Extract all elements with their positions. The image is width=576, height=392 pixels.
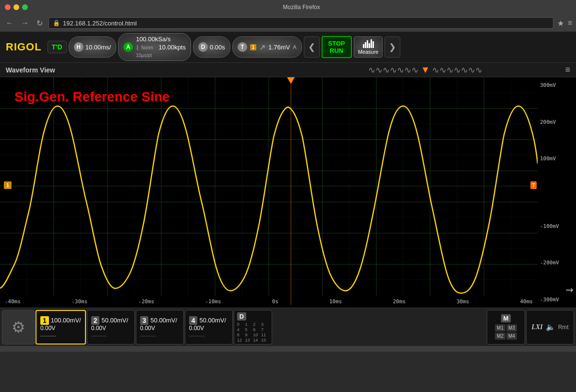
m1-btn[interactable]: M1 (495, 324, 505, 332)
y-label-neg100mv: -100mV (540, 223, 559, 229)
x-label-10ms: 10ms (329, 298, 342, 305)
dig-11: 11 (261, 333, 269, 337)
menu-expand-icon[interactable]: ⇝ (565, 284, 574, 296)
dig-letter-badge: D (237, 312, 246, 321)
acq-pts: 10.00kpts (159, 44, 186, 52)
digital-status[interactable]: D 0 1 2 3 4 5 6 7 8 9 10 11 12 13 14 15 (234, 310, 272, 344)
ch4-status[interactable]: 4 50.00mV/ 0.00V ――― (185, 310, 233, 344)
address-bar-icon: 🔒 (53, 20, 60, 26)
browser-max-btn[interactable] (22, 4, 28, 10)
ch1-status[interactable]: 1 100.00mV/ 0.00V ――― (36, 310, 86, 344)
ch3-volt: 50.00mV/ (150, 317, 177, 324)
dig-8: 8 (237, 333, 245, 337)
x-label-20ms: 20ms (393, 298, 406, 305)
browser-back-btn[interactable]: ← (4, 18, 15, 28)
browser-star-icon[interactable]: ★ (557, 19, 564, 28)
td-badge[interactable]: T'D (48, 41, 67, 53)
dig-2: 2 (253, 322, 261, 327)
address-bar-url: 192.168.1.252/control.html (63, 20, 137, 27)
math-buttons: M1 M3 M2 M4 (495, 324, 517, 340)
ch2-volt: 50.00mV/ (101, 317, 128, 324)
browser-min-btn[interactable] (13, 4, 19, 10)
stop-run-btn[interactable]: STOP RUN (322, 36, 352, 58)
m2-btn[interactable]: M2 (495, 333, 505, 340)
acq-pill[interactable]: A 100.00kSa/s ⌇ Norm 10.00kpts 10µs/pt (118, 33, 191, 61)
acq-letter-badge: A (123, 42, 133, 52)
acq-waveform-icon: ⌇ (136, 44, 139, 52)
lxi-status: LXI 🔈 Rmt (526, 310, 574, 344)
delay-pill[interactable]: D 0.00s (193, 36, 230, 58)
rmt-label: Rmt (558, 324, 569, 331)
ch4-num-badge: 4 (189, 316, 198, 325)
ch3-offset: 0.00V (140, 325, 180, 332)
oscilloscope-app: RIGOL T'D H 10.00ms/ A 100.00kSa/s ⌇ Nor… (0, 32, 576, 346)
browser-menu-icon[interactable]: ≡ (568, 19, 572, 27)
browser-address-bar[interactable]: 🔒 192.168.1.252/control.html (48, 17, 553, 29)
dig-14: 14 (253, 338, 261, 343)
dig-7: 7 (261, 327, 269, 332)
m3-btn[interactable]: M3 (506, 324, 517, 332)
ch3-num-badge: 3 (140, 316, 149, 325)
browser-refresh-btn[interactable]: ↻ (35, 18, 45, 29)
dig-5: 5 (245, 327, 252, 332)
dig-4: 4 (237, 327, 245, 332)
osc-toolbar: RIGOL T'D H 10.00ms/ A 100.00kSa/s ⌇ Nor… (0, 32, 576, 63)
browser-scrollbar[interactable] (0, 346, 576, 352)
m4-btn[interactable]: M4 (506, 333, 517, 340)
trigger-value: 1.76mV (268, 44, 290, 51)
nav-right-btn[interactable]: ❯ (384, 36, 400, 58)
trigger-down-arrow: ▼ (420, 64, 430, 75)
acq-info: 100.00kSa/s ⌇ Norm 10.00kpts 10µs/pt (136, 36, 186, 59)
waveform-svg (0, 77, 538, 296)
browser-close-btn[interactable] (5, 4, 11, 10)
x-label-0s: 0s (272, 298, 278, 305)
dig-3: 3 (261, 322, 269, 327)
ch3-coupling: ――― (140, 333, 180, 338)
acq-mode: Norm (141, 45, 153, 51)
y-label-300mv: 300mV (540, 82, 556, 88)
x-label-neg20ms: -20ms (138, 298, 154, 305)
horiz-pill[interactable]: H 10.00ms/ (69, 36, 116, 58)
ch2-num-badge: 2 (91, 316, 100, 325)
dig-9: 9 (245, 333, 252, 337)
trigger-arrow-down (287, 77, 295, 84)
ch2-header: 2 50.00mV/ (91, 316, 131, 325)
browser-title: Mozilla Firefox (32, 4, 571, 11)
browser-forward-btn[interactable]: → (19, 18, 31, 28)
horiz-letter-badge: H (74, 42, 84, 52)
trigger-slope-icon: ↗ (259, 43, 265, 52)
hamburger-menu-icon[interactable]: ≡ (565, 65, 571, 75)
waveform-container: Waveform View ∿∿∿∿∿∿∿ ▼ ∿∿∿∿∿∿∿ ≡ Sig.Ge… (0, 63, 576, 308)
dig-15: 15 (261, 338, 269, 343)
dig-13: 13 (245, 338, 252, 343)
trigger-pill[interactable]: T 1 ↗ 1.76mV A (232, 36, 302, 58)
delay-value: 0.00s (210, 44, 225, 51)
ch3-header: 3 50.00mV/ (140, 316, 180, 325)
y-label-100mv: 100mV (540, 155, 556, 162)
browser-navbar: ← → ↻ 🔒 192.168.1.252/control.html ★ ≡ (0, 14, 576, 32)
ch4-volt: 50.00mV/ (199, 317, 226, 324)
rigol-logo: RIGOL (2, 40, 46, 54)
ch3-status[interactable]: 3 50.00mV/ 0.00V ――― (136, 310, 184, 344)
osc-statusbar: ⚙ 1 100.00mV/ 0.00V ――― 2 50.00mV/ 0.00V… (0, 308, 576, 346)
measure-icon (363, 39, 374, 48)
trigger-marker-right: T (530, 181, 537, 189)
math-status[interactable]: M M1 M3 M2 M4 (487, 310, 525, 344)
ch2-status[interactable]: 2 50.00mV/ 0.00V ――― (87, 310, 135, 344)
dig-1: 1 (245, 322, 252, 327)
dig-12: 12 (237, 338, 245, 343)
y-axis: 300mV 200mV 100mV -100mV -200mV -300mV (538, 77, 576, 308)
measure-btn[interactable]: Measure (354, 36, 383, 58)
trigger-number-badge: 1 (250, 44, 257, 50)
trigger-wave-icon: ∿∿∿∿∿∿∿ (368, 65, 419, 75)
measure-label: Measure (358, 49, 379, 55)
dig-0: 0 (237, 322, 245, 327)
ch2-coupling: ――― (91, 333, 131, 338)
stop-label: STOP (328, 40, 345, 47)
ch1-num-badge: 1 (40, 316, 49, 325)
settings-btn[interactable]: ⚙ (2, 310, 35, 344)
nav-left-btn[interactable]: ❮ (304, 36, 320, 58)
math-letter-badge: M (501, 314, 511, 322)
ch1-header: 1 100.00mV/ (40, 316, 81, 325)
gear-icon: ⚙ (12, 318, 25, 336)
